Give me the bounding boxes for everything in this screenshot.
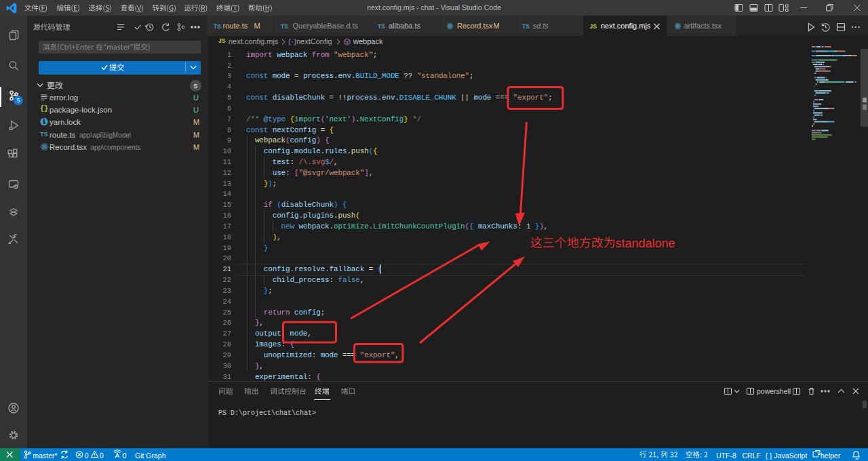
svg-text:standalone: standalone bbox=[616, 237, 675, 250]
